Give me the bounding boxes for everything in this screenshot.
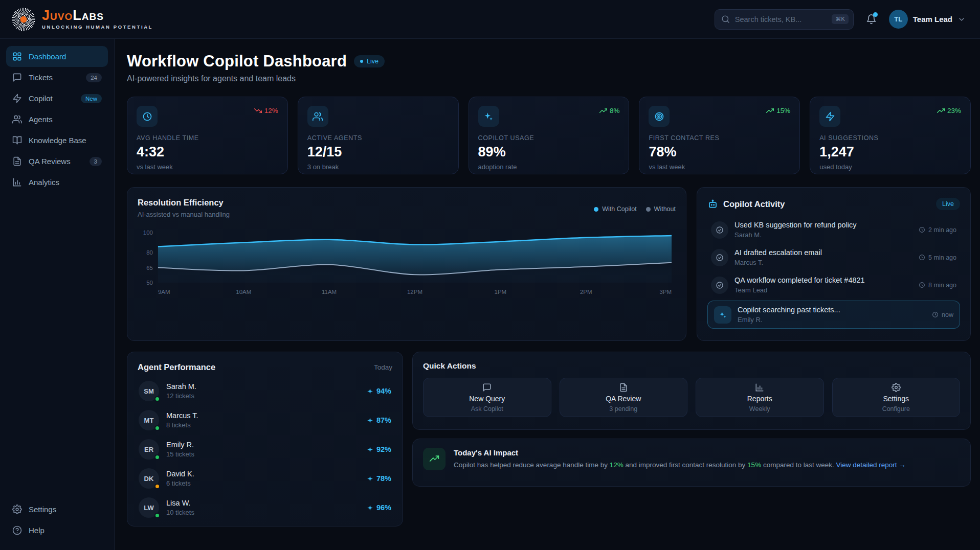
stat-label: COPILOT USAGE [478,134,620,142]
agent-row[interactable]: MT Marcus T.8 tickets 87% [138,408,392,432]
activity-item[interactable]: Used KB suggestion for refund policySara… [707,218,960,242]
status-dot-online [154,425,160,431]
sidebar-item-settings[interactable]: Settings [6,499,108,520]
search-input[interactable] [735,15,827,24]
agent-name: Emily R. [166,441,194,449]
search-shortcut-badge: ⌘K [832,14,848,24]
chart-title: Resolution Efficiency [138,198,230,208]
sparkle-icon [367,388,373,395]
quick-actions-panel: Quick Actions New Query Ask Copilot QA R… [412,352,971,430]
quick-actions-title: Quick Actions [423,361,960,371]
trending-up-icon [937,107,945,114]
brand-tagline: UNLOCKING HUMAN POTENTIAL [42,24,153,30]
activity-item-time: 5 min ago [919,254,956,261]
trend-indicator: 8% [599,107,620,114]
sidebar-item-qa-reviews[interactable]: QA Reviews 3 [6,151,108,172]
agent-row[interactable]: DK David K.6 tickets 78% [138,466,392,491]
avatar: ER [139,439,159,460]
sidebar-item-analytics[interactable]: Analytics [6,172,108,193]
agent-row[interactable]: SM Sarah M.12 tickets 94% [138,379,392,403]
users-icon [12,114,22,124]
stat-value: 1,247 [819,144,961,160]
quick-action-qa-review[interactable]: QA Review 3 pending [560,378,688,417]
activity-item-user: Marcus T. [734,259,822,266]
sidebar-item-tickets[interactable]: Tickets 24 [6,67,108,88]
stat-value: 78% [649,144,790,160]
stat-sub: vs last week [649,163,790,171]
sparkle-icon [367,505,373,511]
agent-score: 92% [367,445,391,453]
search-icon [721,15,730,24]
activity-item[interactable]: QA workflow completed for ticket #4821Te… [707,273,960,297]
sidebar-item-copilot[interactable]: Copilot New [6,88,108,109]
trend-indicator: 12% [254,107,278,114]
sidebar-item-label: Copilot [29,94,53,103]
bolt-icon [819,106,840,127]
sidebar-item-knowledge-base[interactable]: Knowledge Base [6,130,108,151]
activity-item-user: Emily R. [738,316,840,324]
activity-item[interactable]: AI drafted escalation emailMarcus T. 5 m… [707,245,960,269]
sidebar-item-agents[interactable]: Agents [6,109,108,130]
activity-item-user: Sarah M. [734,231,857,239]
clock-icon [137,106,158,127]
stat-card-first-contact-res: 15% FIRST CONTACT RES 78% vs last week [639,97,800,174]
chart-subtitle: AI-assisted vs manual handling [138,211,230,218]
activity-item-live[interactable]: Copilot searching past tickets...Emily R… [707,301,960,329]
clock-icon [919,226,925,233]
agent-tickets: 6 tickets [166,479,194,487]
stat-card-active-agents: ACTIVE AGENTS 12/15 3 on break [298,97,459,174]
quick-action-settings[interactable]: Settings Configure [832,378,961,417]
chevron-down-icon [957,15,966,24]
stat-label: AI SUGGESTIONS [819,134,961,142]
activity-item-title: QA workflow completed for ticket #4821 [734,276,865,284]
resolution-efficiency-panel: Resolution Efficiency AI-assisted vs man… [127,187,686,341]
stat-cards-row: 12% AVG HANDLE TIME 4:32 vs last week AC… [127,97,971,174]
view-report-link[interactable]: View detailed report → [836,461,905,469]
area-chart: 1008065509AM10AM11AM12PM1PM2PM3PM [138,230,676,297]
impact-highlight: 12% [610,461,623,469]
target-icon [649,106,670,127]
svg-text:1PM: 1PM [495,289,507,295]
sidebar-item-dashboard[interactable]: Dashboard [6,46,108,67]
tickets-count-badge: 24 [86,73,102,82]
sidebar-item-help[interactable]: Help [6,520,108,541]
page-live-badge: Live [354,55,385,67]
quick-action-reports[interactable]: Reports Weekly [696,378,824,417]
legend-label: Without [654,205,676,213]
gear-icon [12,505,22,514]
avatar: MT [139,410,159,430]
agent-row[interactable]: LW Lisa W.10 tickets 96% [138,495,392,520]
avatar: SM [139,381,159,401]
notifications-button[interactable] [866,14,877,25]
activity-item-time: 8 min ago [919,282,956,289]
sidebar: Dashboard Tickets 24 Copilot New Agents … [0,39,115,550]
quick-action-new-query[interactable]: New Query Ask Copilot [423,378,551,417]
agent-score: 96% [367,503,391,512]
chat-icon [482,383,492,392]
search-box[interactable]: ⌘K [715,9,854,30]
stat-sub: vs last week [137,163,278,171]
file-icon [619,383,628,392]
sidebar-item-label: Help [29,526,44,535]
status-dot-online [154,454,160,460]
bar-chart-icon [12,177,22,187]
agent-tickets: 12 tickets [166,392,196,400]
clock-icon [932,311,939,318]
sidebar-item-label: Analytics [29,178,59,187]
bar-chart-icon [755,383,764,392]
user-menu[interactable]: TL Team Lead [889,10,966,29]
status-dot-online [154,396,160,402]
trend-indicator: 15% [766,107,790,114]
agent-tickets: 10 tickets [166,509,194,516]
qa-reviews-count-badge: 3 [90,157,102,166]
agent-tickets: 8 tickets [166,421,198,429]
stat-sub: adoption rate [478,163,620,171]
svg-text:100: 100 [143,230,153,236]
stat-label: ACTIVE AGENTS [307,134,449,142]
quick-action-label: Settings [883,395,909,403]
agent-row[interactable]: ER Emily R.15 tickets 92% [138,437,392,462]
quick-action-sub: Weekly [749,405,770,413]
starburst-logo-icon [11,7,36,32]
chart-legend: With Copilot Without [594,198,676,218]
stat-sub: 3 on break [307,163,449,171]
